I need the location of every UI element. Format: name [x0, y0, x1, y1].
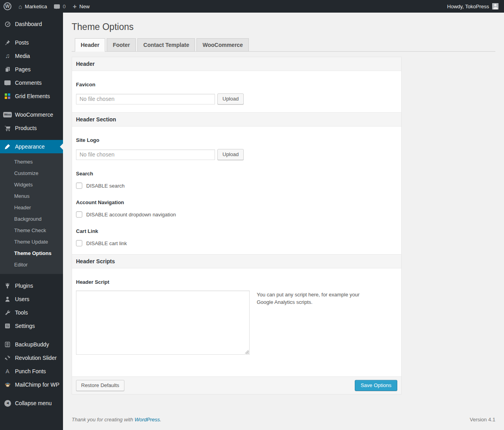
sidebar-item-punch-fonts[interactable]: APunch Fonts — [0, 365, 63, 378]
sidebar-item-label: Plugins — [15, 283, 33, 289]
disable-cart-link-checkbox[interactable] — [76, 240, 82, 246]
disable-account-nav-checkbox[interactable] — [76, 211, 82, 218]
site-logo-upload-button[interactable]: Upload — [217, 149, 244, 160]
sidebar-item-label: Posts — [15, 39, 29, 46]
tab-woocommerce[interactable]: WooCommerce — [196, 38, 248, 51]
sidebar-item-label: Media — [15, 53, 30, 59]
section-headersection-title: Header Section — [72, 112, 401, 127]
sidebar-item-label: Dashboard — [15, 21, 42, 27]
disable-search-checkbox[interactable] — [76, 182, 82, 189]
sidebar-subitem-widgets[interactable]: Widgets — [0, 179, 63, 190]
section-header-title: Header — [72, 57, 401, 71]
sidebar-item-woocommerce[interactable]: WooWooCommerce — [0, 108, 63, 121]
sidebar-item-plugins[interactable]: Plugins — [0, 279, 63, 292]
sidebar-item-appearance[interactable]: Appearance — [0, 140, 63, 153]
collapse-icon: ◀ — [3, 400, 12, 407]
punchfonts-icon: A — [3, 369, 12, 374]
sidebar-item-label: Collapse menu — [15, 400, 52, 406]
sidebar-item-settings[interactable]: Settings — [0, 319, 63, 333]
tab-footer[interactable]: Footer — [107, 38, 136, 51]
site-logo-file-input[interactable] — [76, 149, 215, 160]
admin-bar: Marketica 0 New Howdy, TokoPress — [0, 0, 504, 13]
favicon-file-row: Upload — [76, 93, 397, 104]
new-content-menu[interactable]: New — [69, 0, 93, 13]
sidebar-item-label: Punch Fonts — [15, 368, 46, 374]
appearance-icon — [3, 143, 12, 150]
sidebar-item-mailchimp-for-wp[interactable]: MailChimp for WP — [0, 378, 63, 391]
sidebar-item-revolution-slider[interactable]: Revolution Slider — [0, 351, 63, 365]
my-account-menu[interactable]: Howdy, TokoPress — [444, 3, 502, 9]
sidebar-subitem-background[interactable]: Background — [0, 213, 63, 225]
sidebar-item-posts[interactable]: Posts — [0, 36, 63, 49]
sidebar-item-users[interactable]: Users — [0, 292, 63, 306]
sidebar-item-label: Settings — [15, 323, 35, 329]
sidebar-item-label: Grid Elements — [15, 93, 50, 99]
site-name-menu[interactable]: Marketica — [15, 0, 50, 13]
main-content: Theme Options HeaderFooterContact Templa… — [63, 13, 504, 430]
theme-options-panel: Header Favicon Upload Header Section Sit… — [72, 57, 402, 395]
sidebar-item-pages[interactable]: Pages — [0, 63, 63, 76]
sidebar-item-tools[interactable]: Tools — [0, 306, 63, 319]
sidebar-item-media[interactable]: ♫Media — [0, 49, 63, 63]
favicon-file-input[interactable] — [76, 94, 215, 104]
disable-search-row: DISABLE search — [76, 182, 397, 189]
sidebar-item-label: WooCommerce — [15, 112, 53, 118]
plugins-icon — [3, 283, 12, 289]
sidebar-subitem-theme-options[interactable]: Theme Options — [0, 248, 63, 259]
pages-icon — [3, 66, 12, 73]
panel-footer: Restore Defaults Save Options — [72, 376, 401, 394]
sidebar-subitem-themes[interactable]: Themes — [0, 156, 63, 168]
sidebar-subitem-editor[interactable]: Editor — [0, 259, 63, 270]
sidebar-item-comments[interactable]: Comments — [0, 76, 63, 89]
users-icon — [3, 296, 12, 302]
disable-account-nav-label: DISABLE account dropdown navigation — [86, 212, 176, 218]
header-script-textarea[interactable] — [76, 290, 250, 355]
plus-icon — [73, 3, 77, 10]
sidebar-item-products[interactable]: Products — [0, 121, 63, 135]
sidebar-subitem-customize[interactable]: Customize — [0, 168, 63, 179]
restore-defaults-button[interactable]: Restore Defaults — [76, 380, 124, 391]
sidebar-item-label: Pages — [15, 66, 31, 73]
search-label: Search — [76, 160, 397, 177]
wordpress-link[interactable]: WordPress — [135, 417, 160, 423]
posts-icon — [3, 39, 12, 46]
section-header-body: Favicon Upload — [72, 71, 401, 112]
header-script-label: Header Script — [76, 268, 397, 285]
sidebar-item-label: MailChimp for WP — [15, 382, 59, 388]
save-options-button[interactable]: Save Options — [355, 380, 397, 391]
cart-link-label: Cart Link — [76, 218, 397, 234]
howdy-text: Howdy, TokoPress — [447, 4, 489, 9]
sidebar-subitem-header[interactable]: Header — [0, 202, 63, 213]
disable-search-label: DISABLE search — [86, 183, 125, 189]
user-avatar — [492, 3, 498, 9]
favicon-label: Favicon — [76, 71, 397, 87]
favicon-upload-button[interactable]: Upload — [217, 93, 244, 104]
sidebar-item-label: Products — [15, 125, 37, 131]
sidebar-item-grid-elements[interactable]: Grid Elements — [0, 89, 63, 103]
comments-menu[interactable]: 0 — [50, 0, 69, 13]
new-label: New — [80, 4, 90, 9]
tab-header[interactable]: Header — [75, 38, 105, 52]
sidebar-subitem-menus[interactable]: Menus — [0, 190, 63, 202]
footer-thanks: Thank you for creating with WordPress. — [72, 417, 161, 423]
comments-icon — [3, 80, 12, 85]
sidebar-subitem-theme-check[interactable]: Theme Check — [0, 225, 63, 236]
settings-icon — [3, 323, 12, 329]
sidebar-item-label: Users — [15, 296, 30, 302]
sidebar-item-dashboard[interactable]: Dashboard — [0, 17, 63, 31]
header-script-hint: You can put any script here, for example… — [257, 290, 375, 306]
sidebar-item-label: Comments — [15, 80, 42, 86]
dashboard-icon — [3, 21, 12, 28]
appearance-submenu: ThemesCustomizeWidgetsMenusHeaderBackgro… — [0, 153, 63, 274]
tools-icon — [3, 309, 12, 316]
revslider-icon — [3, 355, 12, 361]
home-icon — [19, 4, 22, 9]
disable-cart-link-row: DISABLE cart link — [76, 240, 397, 246]
sidebar-subitem-theme-update[interactable]: Theme Update — [0, 236, 63, 248]
comment-bubble-icon — [54, 4, 60, 9]
sidebar-item-backupbuddy[interactable]: BackupBuddy — [0, 338, 63, 351]
sidebar-item-collapse-menu[interactable]: ◀Collapse menu — [0, 396, 63, 410]
wordpress-logo-menu[interactable] — [0, 0, 15, 13]
sidebar-item-label: Revolution Slider — [15, 355, 57, 361]
tab-contact-template[interactable]: Contact Template — [137, 38, 195, 51]
